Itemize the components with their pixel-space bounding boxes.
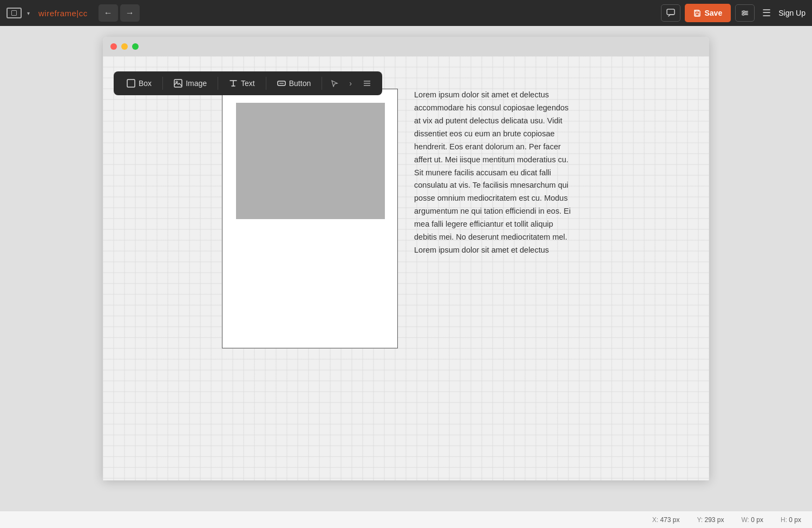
undo-button[interactable]: ←	[99, 4, 118, 22]
width-value: W: 0 px	[741, 516, 763, 524]
toolbar-overflow-menu[interactable]	[358, 76, 376, 91]
window-icon-button[interactable]	[6, 8, 22, 18]
toolbar-button[interactable]: Button	[271, 76, 317, 91]
browser-window: Box Image	[103, 37, 709, 480]
toolbar-sep-4	[322, 77, 322, 90]
toolbar-chevron-right[interactable]: ›	[345, 76, 356, 91]
toolbar-image[interactable]: Image	[167, 76, 213, 91]
browser-titlebar	[103, 37, 709, 56]
comment-button[interactable]	[661, 4, 680, 22]
text-icon	[229, 79, 238, 88]
x-coordinate: X: 473 px	[652, 516, 680, 524]
height-value: H: 0 px	[781, 516, 801, 524]
svg-point-6	[743, 11, 745, 12]
status-bar: X: 473 px Y: 293 px W: 0 px H: 0 px	[0, 511, 812, 528]
settings-button[interactable]	[735, 4, 755, 22]
canvas-area[interactable]: Box Image	[103, 56, 709, 480]
svg-rect-0	[667, 9, 675, 15]
lorem-ipsum-text[interactable]: Lorem ipsum dolor sit amet et delectus a…	[414, 89, 574, 257]
button-icon	[277, 79, 286, 88]
hamburger-menu-button[interactable]: ☰	[759, 5, 774, 21]
svg-rect-1	[696, 14, 699, 16]
toolbar-sep-3	[266, 77, 266, 90]
box-icon	[127, 79, 135, 88]
floating-toolbar: Box Image	[114, 71, 382, 95]
svg-rect-10	[174, 80, 182, 87]
undo-redo-group: ← →	[99, 4, 140, 22]
toolbar-sep-2	[218, 77, 218, 90]
comment-icon	[666, 9, 675, 17]
save-button[interactable]: Save	[685, 4, 731, 22]
y-coordinate: Y: 293 px	[697, 516, 724, 524]
svg-point-11	[176, 81, 178, 83]
traffic-light-red	[110, 43, 117, 50]
toolbar-cursor-icon[interactable]	[326, 76, 343, 90]
main-area: Box Image	[0, 26, 812, 528]
settings-icon	[741, 9, 749, 17]
image-placeholder	[236, 103, 385, 219]
topbar-right: Save ☰ Sign Up	[661, 4, 806, 22]
signup-button[interactable]: Sign Up	[778, 9, 806, 17]
svg-rect-2	[696, 10, 698, 12]
topbar-left: ▾ wireframe|cc ← →	[6, 4, 657, 22]
wireframe-container[interactable]	[222, 89, 398, 348]
traffic-light-yellow	[121, 43, 128, 50]
redo-button[interactable]: →	[120, 4, 140, 22]
window-dropdown-arrow[interactable]: ▾	[27, 10, 30, 16]
svg-point-8	[743, 14, 744, 16]
canvas-wrapper: Box Image	[0, 26, 812, 511]
save-icon	[693, 9, 701, 17]
app-title: wireframe|cc	[38, 9, 88, 18]
topbar: ▾ wireframe|cc ← → Save	[0, 0, 812, 26]
svg-rect-9	[127, 80, 135, 87]
image-icon	[174, 79, 182, 88]
toolbar-sep-1	[162, 77, 163, 90]
toolbar-box[interactable]: Box	[120, 76, 158, 91]
svg-point-7	[745, 12, 747, 14]
traffic-light-green	[132, 43, 139, 50]
toolbar-text[interactable]: Text	[222, 76, 261, 91]
